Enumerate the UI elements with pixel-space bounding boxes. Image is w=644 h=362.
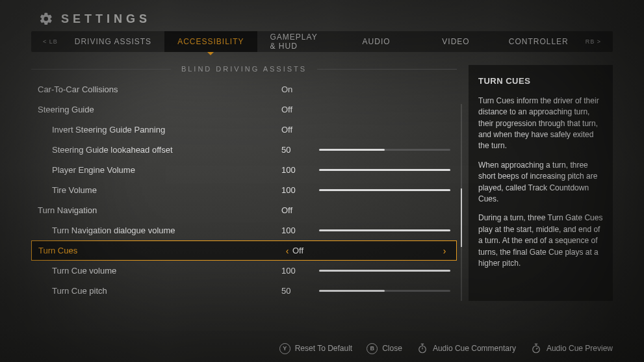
setting-name: Steering Guide lookahead offset: [38, 145, 281, 155]
scrollbar[interactable]: [461, 104, 462, 301]
footer: Y Reset To Default B Close Audio Cue Com…: [0, 343, 644, 354]
info-title: TURN CUES: [478, 75, 603, 88]
setting-value: Off: [292, 246, 439, 255]
setting-value: 100: [281, 266, 307, 276]
setting-row[interactable]: Steering GuideOff: [31, 99, 457, 120]
setting-row[interactable]: Steering Guide lookahead offset50: [31, 140, 457, 160]
slider[interactable]: [319, 229, 450, 231]
setting-name: Car-To-Car Collisions: [38, 84, 281, 94]
footer-label: Reset To Default: [295, 344, 353, 353]
setting-name: Tire Volume: [38, 185, 281, 195]
setting-value: 100: [281, 165, 307, 175]
slider-fill: [319, 270, 450, 272]
settings-list: BLIND DRIVING ASSISTS Car-To-Car Collisi…: [31, 65, 457, 301]
setting-value-area[interactable]: 50: [281, 145, 457, 155]
setting-value-area[interactable]: 100: [281, 226, 457, 235]
setting-name: Turn Cues: [38, 246, 282, 255]
slider[interactable]: [319, 189, 450, 191]
section-header: BLIND DRIVING ASSISTS: [31, 65, 457, 73]
slider-fill: [319, 149, 385, 151]
slider[interactable]: [319, 290, 450, 292]
setting-row[interactable]: Turn Cue volume100: [31, 261, 457, 281]
tab-audio[interactable]: AUDIO: [337, 31, 416, 52]
scrollbar-thumb[interactable]: [461, 188, 462, 247]
slider-fill: [319, 169, 450, 171]
setting-value-area[interactable]: Off: [281, 125, 457, 135]
tab-bar: < LB DRIVING ASSISTS ACCESSIBILITY GAMEP…: [31, 31, 613, 52]
setting-name: Turn Navigation: [38, 205, 281, 215]
setting-row[interactable]: Turn Cues‹Off›: [31, 240, 457, 261]
setting-name: Turn Cue volume: [38, 266, 281, 276]
setting-row[interactable]: Car-To-Car CollisionsOn: [31, 79, 457, 99]
setting-name: Turn Cue pitch: [38, 286, 281, 296]
setting-value: 100: [281, 226, 307, 235]
setting-row[interactable]: Turn NavigationOff: [31, 200, 457, 220]
setting-value: On: [281, 84, 307, 94]
svg-line-5: [536, 348, 537, 349]
info-paragraph: When approaching a turn, three short bee…: [478, 160, 603, 205]
chevron-right-icon[interactable]: ›: [439, 246, 450, 256]
section-title: BLIND DRIVING ASSISTS: [171, 65, 317, 73]
setting-row[interactable]: Turn Navigation dialogue volume100: [31, 220, 457, 240]
y-button-icon: Y: [279, 343, 290, 354]
setting-value: Off: [281, 105, 307, 114]
tab-driving-assists[interactable]: DRIVING ASSISTS: [62, 31, 164, 52]
slider-fill: [319, 189, 450, 191]
setting-name: Turn Navigation dialogue volume: [38, 226, 281, 235]
bumper-right[interactable]: RB >: [582, 38, 605, 45]
bumper-left[interactable]: < LB: [39, 38, 62, 45]
tab-controller[interactable]: CONTROLLER: [496, 31, 582, 52]
setting-row[interactable]: Player Engine Volume100: [31, 160, 457, 180]
chevron-left-icon[interactable]: ‹: [282, 246, 292, 256]
footer-close[interactable]: B Close: [367, 343, 402, 354]
setting-value-area[interactable]: 100: [281, 185, 457, 195]
slider-fill: [319, 229, 450, 231]
setting-value-area[interactable]: Off: [281, 105, 457, 114]
setting-value: 50: [281, 145, 307, 155]
setting-value-area[interactable]: 100: [281, 165, 457, 175]
tab-accessibility[interactable]: ACCESSIBILITY: [164, 31, 257, 52]
footer-label: Audio Cue Commentary: [433, 344, 516, 353]
setting-value-area[interactable]: Off: [281, 205, 457, 215]
setting-value: Off: [281, 125, 307, 135]
setting-value: 50: [281, 286, 307, 296]
tab-gameplay-hud[interactable]: GAMEPLAY & HUD: [257, 31, 337, 52]
info-paragraph: Turn Cues inform the driver of their dis…: [478, 96, 603, 152]
footer-commentary[interactable]: Audio Cue Commentary: [417, 343, 516, 354]
setting-name: Invert Steering Guide Panning: [38, 125, 281, 135]
setting-value: 100: [281, 185, 307, 195]
slider[interactable]: [319, 169, 450, 171]
setting-row[interactable]: Tire Volume100: [31, 180, 457, 200]
setting-value-area[interactable]: On: [281, 84, 457, 94]
tab-video[interactable]: VIDEO: [416, 31, 495, 52]
setting-value-area[interactable]: 100: [281, 266, 457, 276]
setting-value-area[interactable]: 50: [281, 286, 457, 296]
gear-icon: [39, 12, 53, 26]
setting-name: Player Engine Volume: [38, 165, 281, 175]
header: SETTINGS: [0, 0, 644, 31]
footer-reset[interactable]: Y Reset To Default: [279, 343, 353, 354]
setting-row[interactable]: Invert Steering Guide PanningOff: [31, 120, 457, 140]
setting-row[interactable]: Turn Cue pitch50: [31, 281, 457, 301]
page-title: SETTINGS: [61, 12, 151, 26]
footer-preview[interactable]: Audio Cue Preview: [530, 343, 613, 354]
setting-value: Off: [281, 205, 307, 215]
footer-label: Close: [382, 344, 402, 353]
setting-value-area[interactable]: ‹Off›: [282, 246, 456, 256]
stopwatch-icon: [530, 343, 542, 354]
footer-label: Audio Cue Preview: [547, 344, 613, 353]
info-paragraph: During a turn, three Turn Gate Cues play…: [478, 213, 603, 269]
slider-fill: [319, 290, 385, 292]
info-panel: TURN CUES Turn Cues inform the driver of…: [469, 65, 613, 301]
stopwatch-icon: [417, 343, 428, 354]
setting-name: Steering Guide: [38, 105, 281, 114]
slider[interactable]: [319, 270, 450, 272]
b-button-icon: B: [367, 343, 378, 354]
slider[interactable]: [319, 149, 450, 151]
